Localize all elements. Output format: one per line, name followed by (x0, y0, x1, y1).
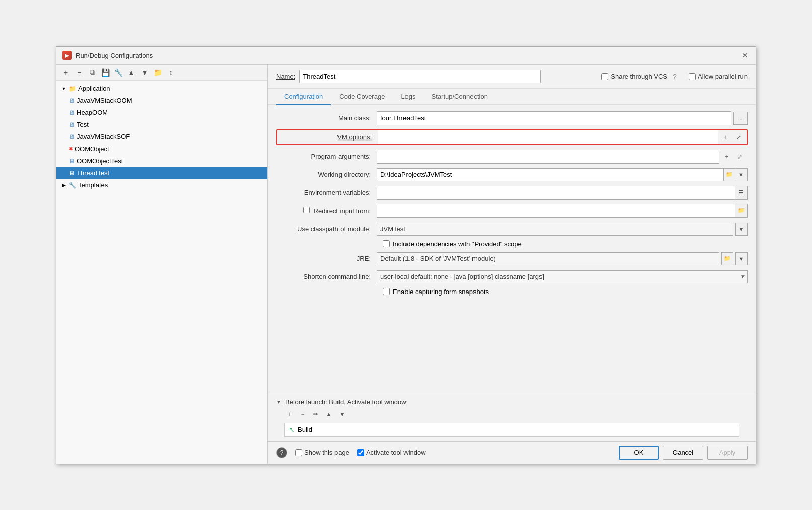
jre-label: JRE: (276, 255, 377, 262)
tab-code-coverage[interactable]: Code Coverage (331, 89, 393, 105)
env-vars-label: Environment variables: (276, 189, 377, 196)
enable-snapshots-row: Enable capturing form snapshots (276, 288, 748, 296)
jre-dropdown-button[interactable]: ▼ (735, 252, 748, 265)
tree-group-application[interactable]: ▼ 📁 Application (56, 83, 267, 95)
classpath-select[interactable]: JVMTest (377, 223, 733, 236)
build-icon: ↖ (289, 426, 295, 434)
before-launch-up-button[interactable]: ▲ (323, 409, 334, 420)
config-icon: 🖥 (69, 158, 75, 165)
tab-logs[interactable]: Logs (393, 89, 423, 105)
close-button[interactable]: ✕ (740, 51, 750, 60)
before-launch-remove-button[interactable]: − (297, 409, 308, 420)
main-class-row: Main class: ... (276, 111, 748, 125)
before-launch-add-button[interactable]: + (284, 409, 295, 420)
shorten-select-wrapper: user-local default: none - java [options… (377, 270, 748, 283)
program-args-input[interactable] (377, 150, 719, 163)
build-label: Build (298, 426, 312, 433)
application-group-label: Application (78, 85, 110, 92)
redirect-label: Redirect input from: (276, 207, 377, 215)
tree-item-label: Test (77, 121, 89, 128)
before-launch-edit-button[interactable]: ✏ (310, 409, 321, 420)
remove-config-button[interactable]: − (74, 67, 85, 78)
help-button[interactable]: ? (276, 447, 287, 458)
main-class-input[interactable] (377, 112, 731, 125)
include-deps-checkbox[interactable] (383, 240, 390, 247)
bottom-bar: ? Show this page Activate tool window OK… (268, 441, 756, 464)
tree-item-label: ThreadTest (77, 169, 109, 177)
tree-group-templates[interactable]: ▶ 🔧 Templates (56, 179, 267, 191)
before-launch-down-button[interactable]: ▼ (336, 409, 348, 420)
parallel-run-label: Allow parallel run (698, 72, 748, 80)
config-icon: 🖥 (69, 170, 75, 177)
parallel-run-checkbox[interactable] (689, 73, 696, 80)
jre-select[interactable]: Default (1.8 - SDK of 'JVMTest' module) (377, 252, 719, 265)
share-vcs-help[interactable]: ? (669, 71, 681, 82)
show-page-checkbox[interactable] (295, 449, 302, 456)
tab-configuration[interactable]: Configuration (276, 89, 331, 105)
bottom-checkboxes: ? Show this page Activate tool window (276, 447, 426, 458)
tree-item-oomobject[interactable]: ✖ OOMObject (56, 143, 267, 155)
tree-item-javavmstacksof[interactable]: 🖥 JavaVMStackSOF (56, 131, 267, 143)
main-class-label: Main class: (276, 114, 377, 122)
title-bar: ▶ Run/Debug Configurations ✕ (56, 47, 756, 65)
vm-options-input[interactable] (378, 130, 718, 144)
main-class-browse-button[interactable]: ... (733, 112, 748, 125)
redirect-input[interactable] (377, 204, 735, 217)
title-bar-left: ▶ Run/Debug Configurations (62, 51, 153, 60)
show-page-group: Show this page (295, 449, 349, 456)
activate-tool-checkbox[interactable] (357, 449, 364, 456)
show-page-label: Show this page (304, 449, 349, 456)
config-icon: 🖥 (69, 121, 75, 128)
jre-folder-button[interactable]: 📁 (721, 252, 733, 265)
enable-snapshots-checkbox[interactable] (383, 288, 390, 295)
add-config-button[interactable]: + (60, 67, 72, 78)
vm-options-add-button[interactable]: + (720, 132, 731, 143)
ok-button[interactable]: OK (619, 446, 659, 460)
tree-item-heapoom[interactable]: 🖥 HeapOOM (56, 107, 267, 119)
apply-button[interactable]: Apply (707, 446, 748, 460)
before-launch-title: Before launch: Build, Activate tool wind… (285, 398, 407, 406)
include-deps-label: Include dependencies with "Provided" sco… (393, 240, 522, 248)
name-input[interactable] (299, 70, 541, 83)
env-vars-edit-button[interactable]: ☰ (735, 186, 747, 199)
tree-item-oomobjecttest[interactable]: 🖥 OOMObjectTest (56, 155, 267, 167)
cancel-button[interactable]: Cancel (663, 446, 703, 460)
classpath-dropdown-button[interactable]: ▼ (735, 223, 748, 236)
tree-item-javavmstackoom[interactable]: 🖥 JavaVMStackOOM (56, 95, 267, 107)
tree-item-test[interactable]: 🖥 Test (56, 119, 267, 131)
share-vcs-checkbox[interactable] (601, 73, 608, 80)
move-up-button[interactable]: ▲ (126, 67, 137, 78)
shorten-label: Shorten command line: (276, 273, 377, 280)
redirect-checkbox[interactable] (303, 207, 310, 213)
right-panel: Name: Share through VCS ? Allow parallel… (268, 65, 756, 464)
redirect-folder-button[interactable]: 📁 (735, 204, 747, 217)
left-panel: + − ⧉ 💾 🔧 ▲ ▼ 📁 ↕ ▼ 📁 Application 🖥 (56, 65, 268, 464)
working-dir-wrapper: 📁 ▼ (377, 168, 748, 181)
run-debug-dialog: ▶ Run/Debug Configurations ✕ + − ⧉ 💾 🔧 ▲… (56, 46, 756, 464)
tab-startup-connection[interactable]: Startup/Connection (424, 89, 496, 105)
shorten-select[interactable]: user-local default: none - java [options… (377, 270, 748, 283)
tree-item-threadtest[interactable]: 🖥 ThreadTest (56, 167, 267, 179)
working-dir-input[interactable] (377, 168, 723, 181)
move-down-button[interactable]: ▼ (139, 67, 150, 78)
sort-button[interactable]: ↕ (165, 67, 176, 78)
parallel-run-group: Allow parallel run (689, 72, 748, 80)
before-launch-header: ▼ Before launch: Build, Activate tool wi… (276, 398, 748, 406)
program-args-expand-button[interactable]: ⤢ (734, 151, 746, 162)
env-vars-input[interactable] (377, 186, 735, 199)
jre-row: JRE: Default (1.8 - SDK of 'JVMTest' mod… (276, 252, 748, 266)
working-dir-label: Working directory: (276, 171, 377, 178)
vm-options-expand-button[interactable]: ⤢ (733, 132, 745, 143)
working-dir-folder-button[interactable]: 📁 (723, 168, 735, 181)
env-vars-input-wrapper: ☰ (377, 186, 748, 200)
wrench-icon: 🔧 (69, 182, 76, 189)
program-args-label: Program arguments: (276, 153, 377, 160)
working-dir-dropdown-button[interactable]: ▼ (735, 168, 748, 181)
wrench-button[interactable]: 🔧 (113, 67, 124, 78)
dialog-body: + − ⧉ 💾 🔧 ▲ ▼ 📁 ↕ ▼ 📁 Application 🖥 (56, 65, 756, 464)
save-config-button[interactable]: 💾 (100, 67, 111, 78)
program-args-add-button[interactable]: + (721, 151, 732, 162)
classpath-select-wrapper: JVMTest ▼ (377, 223, 748, 236)
copy-config-button[interactable]: ⧉ (87, 67, 98, 78)
folder-button[interactable]: 📁 (152, 67, 163, 78)
